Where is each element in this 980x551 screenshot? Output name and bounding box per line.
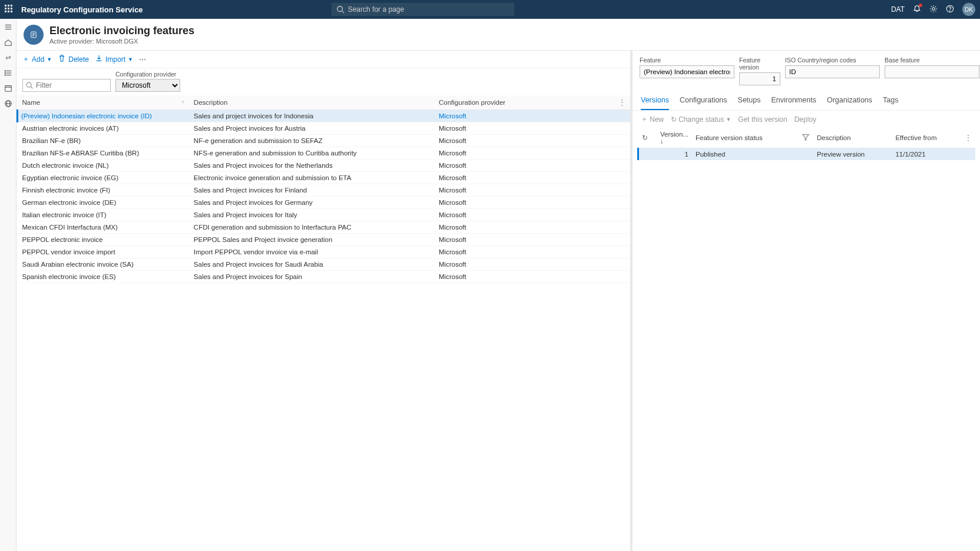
svg-point-2: [932, 7, 935, 9]
notifications-icon[interactable]: [913, 5, 921, 15]
search-input[interactable]: [332, 3, 514, 16]
svg-point-0: [337, 6, 342, 12]
environment-label: DAT: [891, 5, 905, 14]
app-launcher-icon[interactable]: [5, 5, 14, 14]
help-icon[interactable]: [946, 5, 954, 15]
user-avatar[interactable]: DK: [962, 3, 975, 16]
settings-icon[interactable]: [929, 5, 938, 15]
notification-badge: [919, 4, 922, 7]
global-search[interactable]: [332, 3, 514, 16]
svg-line-1: [342, 11, 344, 14]
svg-point-4: [950, 11, 951, 11]
search-icon: [336, 5, 345, 15]
app-title: Regulatory Configuration Service: [21, 5, 143, 14]
